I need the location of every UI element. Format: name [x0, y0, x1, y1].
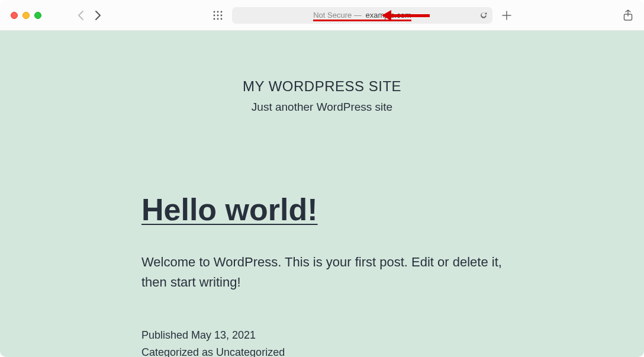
new-tab-button[interactable] — [502, 11, 511, 20]
navigation-buttons — [77, 10, 102, 21]
published-date: May 13, 2021 — [191, 329, 256, 341]
share-icon — [623, 9, 633, 21]
page-content: MY WORDPRESS SITE Just another WordPress… — [0, 31, 644, 357]
share-button[interactable] — [623, 9, 633, 21]
published-label: Published — [141, 329, 191, 341]
categorized-label: Categorized as — [141, 346, 216, 357]
reload-icon — [479, 11, 488, 20]
svg-point-5 — [221, 14, 223, 16]
tab-overview-button[interactable] — [213, 11, 223, 20]
svg-point-4 — [217, 14, 219, 16]
svg-point-7 — [217, 18, 219, 20]
close-window-button[interactable] — [11, 12, 18, 19]
post: Hello world! Welcome to WordPress. This … — [141, 192, 503, 357]
svg-point-8 — [221, 18, 223, 20]
site-tagline: Just another WordPress site — [0, 101, 644, 114]
chevron-right-icon — [95, 10, 102, 21]
browser-toolbar: Not Secure — example.com — [0, 0, 644, 31]
post-category: Categorized as Uncategorized — [141, 344, 503, 357]
grid-icon — [213, 11, 223, 20]
site-title-link[interactable]: MY WORDPRESS SITE — [0, 78, 644, 95]
post-excerpt: Welcome to WordPress. This is your first… — [141, 252, 503, 292]
security-status: Not Secure — — [313, 11, 362, 20]
address-bar[interactable]: Not Secure — example.com — [232, 7, 492, 24]
back-button[interactable] — [77, 10, 84, 21]
arrow-shaft — [391, 14, 430, 17]
post-published: Published May 13, 2021 — [141, 327, 503, 344]
forward-button[interactable] — [95, 10, 102, 21]
reload-button[interactable] — [479, 11, 488, 20]
svg-point-3 — [214, 14, 215, 16]
post-title-link[interactable]: Hello world! — [141, 192, 318, 227]
maximize-window-button[interactable] — [34, 12, 41, 19]
window-controls — [11, 12, 41, 19]
post-meta: Published May 13, 2021 Categorized as Un… — [141, 327, 503, 357]
annotation-arrow — [382, 10, 430, 21]
category-link[interactable]: Uncategorized — [216, 346, 285, 357]
arrow-head-icon — [382, 10, 391, 21]
chevron-left-icon — [77, 10, 84, 21]
plus-icon — [502, 11, 511, 20]
svg-point-1 — [217, 11, 219, 12]
svg-point-6 — [214, 18, 215, 20]
svg-point-2 — [221, 11, 223, 12]
svg-point-0 — [214, 11, 215, 12]
minimize-window-button[interactable] — [22, 12, 30, 19]
